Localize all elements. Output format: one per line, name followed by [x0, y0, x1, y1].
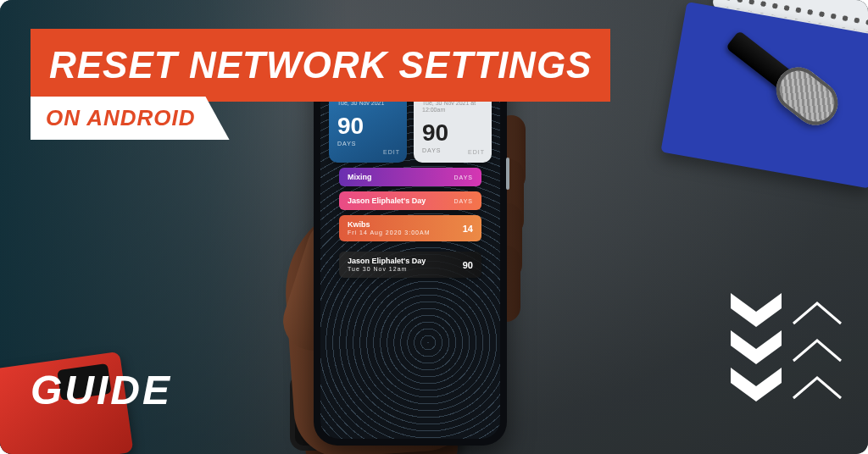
chevron-down-stack-icon — [729, 293, 783, 420]
event-label: Kwibs — [348, 220, 370, 229]
event-bar: Jason Eliphalet's Day Tue 30 Nov 12am 90 — [339, 252, 481, 278]
svg-marker-1 — [731, 330, 782, 364]
widget-edit-label: EDIT — [468, 149, 485, 156]
event-meta: Tue 30 Nov 12am — [348, 266, 407, 272]
event-right: 14 — [463, 224, 473, 234]
event-right: 90 — [463, 260, 473, 270]
headline-banner: RESET NETWORK SETTINGS — [31, 29, 610, 102]
phone-nav-bar — [376, 430, 444, 434]
widget-subtitle: Tue, 30 Nov 2021 at 12:00am — [422, 100, 483, 114]
event-bar: Jason Eliphalet's Day DAYS — [339, 191, 481, 210]
chevron-up-outline-stack-icon — [790, 293, 844, 420]
event-label: Mixing — [348, 173, 372, 181]
widget-value: 90 — [422, 119, 483, 147]
guide-label: GUIDE — [31, 367, 172, 413]
event-label: Jason Eliphalet's Day — [348, 197, 426, 205]
svg-marker-0 — [731, 293, 782, 327]
svg-marker-2 — [731, 368, 782, 401]
thumbnail-card: Jason Eliphalet's Day Tue, 30 Nov 2021 9… — [0, 0, 868, 454]
widget-unit: days — [337, 141, 398, 147]
widget-value: 90 — [337, 112, 398, 141]
event-right: DAYS — [453, 174, 473, 180]
event-right: DAYS — [453, 198, 473, 204]
event-label: Jason Eliphalet's Day — [348, 257, 426, 265]
widget-edit-label: EDIT — [383, 149, 400, 156]
subheadline-banner: ON ANDROID — [31, 97, 230, 140]
event-bar: Kwibs Fri 14 Aug 2020 3:00AM 14 — [339, 215, 481, 241]
event-bar: Mixing DAYS — [339, 168, 481, 186]
event-meta: Fri 14 Aug 2020 3:00AM — [348, 230, 431, 235]
android-phone: Jason Eliphalet's Day Tue, 30 Nov 2021 9… — [314, 47, 507, 446]
phone-power-button — [506, 158, 509, 190]
event-bars: Mixing DAYS Jason Eliphalet's Day DAYS K… — [339, 168, 481, 278]
